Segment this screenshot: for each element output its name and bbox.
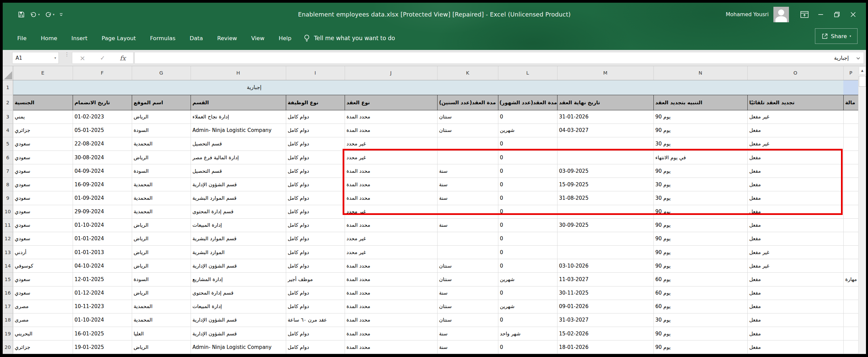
cell[interactable]: غير محدد <box>345 205 437 218</box>
row-number[interactable]: 9 <box>3 191 13 205</box>
cell[interactable]: مفعل <box>747 164 843 178</box>
merged-title-cell[interactable]: إجبارية <box>13 80 843 95</box>
redo-dropdown-icon[interactable]: ▾ <box>53 13 55 16</box>
redo-button[interactable]: ▾ <box>45 11 55 18</box>
cell[interactable]: البحريني <box>13 327 73 340</box>
name-box[interactable]: A1 ▾ <box>12 52 59 64</box>
field-header-cell[interactable]: تاريخ نهاية العقد <box>557 95 653 110</box>
cell[interactable]: دوام كامل <box>286 178 345 191</box>
cell[interactable]: دوام كامل <box>286 110 345 123</box>
cell[interactable]: 30 يوم <box>653 137 747 150</box>
row-number[interactable]: 19 <box>3 327 13 340</box>
cell[interactable] <box>437 205 498 218</box>
row-number[interactable]: 1 <box>3 80 13 95</box>
cell[interactable]: 30-08-2024 <box>73 150 132 164</box>
cell[interactable]: 0 <box>498 232 557 245</box>
cell[interactable] <box>843 259 858 273</box>
cell[interactable]: 30-11-2025 <box>557 286 653 300</box>
cell[interactable]: سعودي <box>13 178 73 191</box>
row-number[interactable]: 16 <box>3 286 13 300</box>
cell[interactable] <box>557 246 653 259</box>
cell[interactable]: سنة <box>437 218 498 232</box>
row-number[interactable]: 14 <box>3 259 13 273</box>
cell[interactable]: مفعل <box>747 327 843 340</box>
cell[interactable]: المحمدية <box>132 178 191 191</box>
cell[interactable]: السودة <box>132 123 191 137</box>
cell[interactable]: 90 يوم <box>653 327 747 340</box>
cell[interactable]: 18-01-2026 <box>557 340 653 354</box>
cell[interactable] <box>843 164 858 178</box>
ribbon-display-options-button[interactable] <box>796 7 813 22</box>
cell[interactable]: Admin- Ninja Logistic Company <box>191 123 286 137</box>
row-number[interactable]: 6 <box>3 150 13 164</box>
cell[interactable]: 12-01-2025 <box>73 273 132 286</box>
cell[interactable]: غير محدد <box>345 150 437 164</box>
cell[interactable]: محدد المدة <box>345 259 437 273</box>
cell[interactable]: 10-11-2023 <box>73 300 132 313</box>
cell[interactable]: إدارة المبيعات <box>191 218 286 232</box>
field-header-cell[interactable]: مدة العقد(عدد السنين) <box>437 95 498 110</box>
column-header-H[interactable]: H <box>191 66 286 80</box>
row-number[interactable]: 11 <box>3 218 13 232</box>
cell[interactable]: 60 يوم <box>653 300 747 313</box>
cell[interactable]: محدد المدة <box>345 218 437 232</box>
cell[interactable]: قسم التحصيل <box>191 164 286 178</box>
row-number[interactable]: 4 <box>3 123 13 137</box>
cell[interactable]: غير محدد <box>345 246 437 259</box>
cell[interactable]: 04-03-2027 <box>557 123 653 137</box>
cell[interactable]: قسم الموارد البشرية <box>191 191 286 205</box>
cell[interactable]: الرياض <box>132 110 191 123</box>
cell[interactable]: مفعل <box>747 205 843 218</box>
cell[interactable]: مفعل <box>747 191 843 205</box>
cell[interactable]: دوام كامل <box>286 164 345 178</box>
cell[interactable]: Admin- Ninja Logistic Company <box>191 340 286 354</box>
cell[interactable]: قسم التحصيل <box>191 137 286 150</box>
cell[interactable]: قسم الشؤون الإدارية <box>191 313 286 327</box>
cell[interactable]: موظف أجير <box>286 273 345 286</box>
cell[interactable]: 09-01-2026 <box>557 300 653 313</box>
user-name[interactable]: Mohamed Yousri <box>726 11 769 18</box>
cell[interactable]: 16-09-2024 <box>73 178 132 191</box>
cell[interactable]: سنتان <box>437 110 498 123</box>
cell[interactable]: غير مفعل <box>747 137 843 150</box>
cell[interactable]: محدد المدة <box>345 164 437 178</box>
cell[interactable]: 01-01-2024 <box>73 232 132 245</box>
restore-button[interactable] <box>829 7 845 22</box>
cell[interactable]: سعودي <box>13 205 73 218</box>
cell[interactable]: الرياض <box>132 340 191 354</box>
cell[interactable]: 90 يوم <box>653 246 747 259</box>
cell[interactable]: مفعل <box>747 232 843 245</box>
formula-expand-icon[interactable] <box>856 55 860 61</box>
cell[interactable]: مفعل <box>747 123 843 137</box>
row-number[interactable]: 5 <box>3 137 13 150</box>
cell[interactable] <box>843 191 858 205</box>
column-header-M[interactable]: M <box>557 66 653 80</box>
cell[interactable] <box>437 150 498 164</box>
cell[interactable] <box>843 150 858 164</box>
cell[interactable]: سنتان <box>437 259 498 273</box>
cell[interactable]: محدد المدة <box>345 110 437 123</box>
cell[interactable]: 19-01-2025 <box>73 340 132 354</box>
cell[interactable]: 31-08-2025 <box>557 191 653 205</box>
cell[interactable]: سنتان <box>437 273 498 286</box>
cell[interactable]: مفعل <box>747 313 843 327</box>
confirm-entry-icon[interactable]: ✓ <box>100 54 105 61</box>
cell[interactable]: 04-10-2024 <box>73 259 132 273</box>
scroll-up-icon[interactable]: ▲ <box>859 66 866 75</box>
cell[interactable]: إدارة المشاريع <box>191 273 286 286</box>
cell[interactable]: مصرى <box>13 300 73 313</box>
cell[interactable]: دوام كامل <box>286 246 345 259</box>
tab-review[interactable]: Review <box>210 32 244 45</box>
cell[interactable] <box>843 340 858 354</box>
row-number[interactable]: 7 <box>3 164 13 178</box>
cell[interactable]: محدد المدة <box>345 340 437 354</box>
cell[interactable]: قسم الشؤون الإدارية <box>191 178 286 191</box>
cell[interactable]: مفعل <box>747 340 843 354</box>
row-number[interactable]: 17 <box>3 300 13 313</box>
cell[interactable]: محدد المدة <box>345 178 437 191</box>
cell[interactable] <box>843 327 858 340</box>
cell[interactable]: كوسوفي <box>13 259 73 273</box>
cell[interactable]: 90 يوم <box>653 123 747 137</box>
cell[interactable]: 01-01-2013 <box>73 246 132 259</box>
cell[interactable]: السودة <box>132 273 191 286</box>
